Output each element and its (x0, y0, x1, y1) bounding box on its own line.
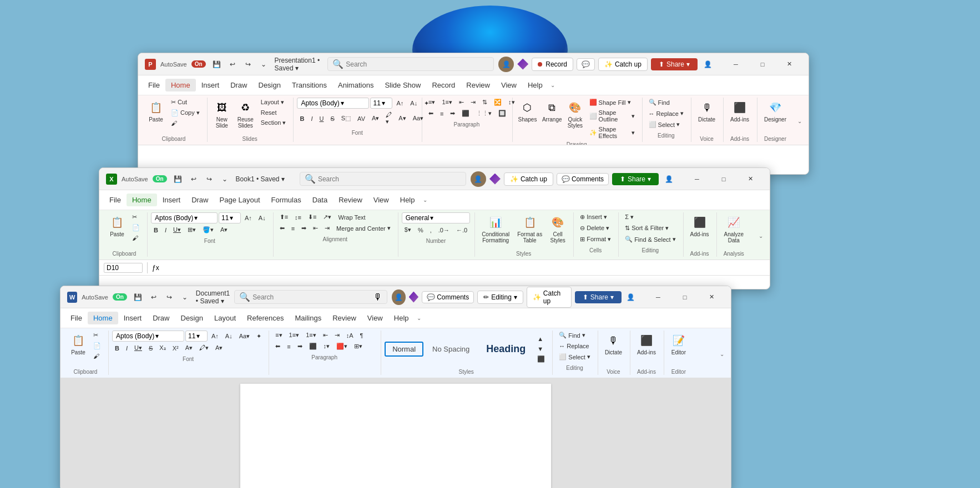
ppt-shape-fill-button[interactable]: 🟥 Shape Fill ▾ (587, 98, 638, 107)
ppt-shape-effects-button[interactable]: ✨ Shape Effects ▾ (587, 125, 638, 140)
word-style-no-spacing[interactable]: No Spacing (425, 342, 477, 357)
excel-person-icon[interactable]: 👤 (662, 172, 675, 186)
word-autosave-toggle[interactable]: On (113, 293, 127, 301)
excel-format-table-button[interactable]: 📋 Format asTable (514, 212, 545, 246)
ppt-minimize-button[interactable]: ─ (723, 55, 749, 73)
word-style-normal[interactable]: Normal (385, 342, 423, 357)
word-menu-home[interactable]: Home (88, 312, 118, 324)
word-find-button[interactable]: 🔍 Find ▾ (556, 331, 593, 340)
ppt-paste-button[interactable]: 📋 Paste (145, 98, 167, 125)
excel-decrease-font-button[interactable]: A↓ (256, 214, 269, 222)
word-person-icon[interactable]: 👤 (625, 291, 637, 304)
excel-orientation-button[interactable]: ↗▾ (320, 212, 334, 222)
excel-menu-pagelayout[interactable]: Page Layout (214, 194, 266, 206)
ppt-menu-home[interactable]: Home (165, 79, 196, 92)
ppt-fontcolor-button[interactable]: A▾ (369, 114, 382, 123)
word-font-color2-button[interactable]: A▾ (213, 343, 225, 353)
excel-cut-button[interactable]: ✂ (129, 212, 143, 222)
word-catchup-button[interactable]: ✨ Catch up (527, 287, 572, 308)
excel-italic-button[interactable]: I (162, 226, 169, 235)
ppt-reset-button[interactable]: Reset (258, 108, 289, 117)
excel-catchup-button[interactable]: ✨ Catch up (504, 172, 553, 186)
ppt-designer-button[interactable]: 💎 Designer (761, 98, 790, 125)
word-mic-icon[interactable]: 🎙 (373, 292, 382, 302)
word-font-name-dropdown[interactable]: Aptos (Body)▾ (112, 331, 184, 342)
ppt-share-button[interactable]: ⬆ Share ▾ (651, 58, 698, 70)
word-style-heading[interactable]: Heading (478, 340, 533, 358)
ppt-menu-insert[interactable]: Insert (196, 79, 225, 92)
word-copy-button[interactable]: 📄 (90, 341, 104, 350)
excel-undo-icon[interactable]: ↩ (187, 172, 200, 186)
ppt-shadow-button[interactable]: S⬚ (339, 114, 353, 123)
ppt-fontcolor2-button[interactable]: A▾ (396, 114, 408, 123)
word-menu-view[interactable]: View (362, 312, 388, 324)
word-menu-mailings[interactable]: Mailings (290, 312, 327, 324)
excel-more-icon[interactable]: ⌄ (218, 172, 231, 186)
word-bold-button[interactable]: B (112, 344, 122, 353)
excel-font-size-dropdown[interactable]: 11▾ (219, 212, 241, 223)
excel-name-box[interactable]: D10 (104, 263, 143, 273)
ppt-indent-inc-button[interactable]: ⇥ (468, 98, 478, 107)
excel-align-middle-button[interactable]: ↕≡ (292, 213, 304, 222)
ppt-shape-outline-button[interactable]: ⬜ Shape Outline ▾ (587, 108, 638, 124)
ppt-comments-button[interactable]: 💬 (577, 58, 595, 70)
ppt-undo-icon[interactable]: ↩ (226, 58, 239, 71)
ppt-justify-button[interactable]: ⬛ (459, 109, 472, 118)
word-strikethrough-button[interactable]: S (146, 344, 155, 353)
excel-formula-input[interactable] (161, 264, 765, 272)
ppt-decrease-font-button[interactable]: A↓ (407, 99, 420, 108)
excel-menu-insert[interactable]: Insert (157, 194, 186, 206)
excel-menu-review[interactable]: Review (333, 194, 368, 206)
word-maximize-button[interactable]: □ (672, 288, 698, 306)
ppt-bullets-button[interactable]: ≡▾ (426, 98, 438, 107)
excel-delete-cells-button[interactable]: ⊖ Delete ▾ (577, 223, 614, 233)
ppt-search-box[interactable]: 🔍 (327, 57, 494, 71)
ppt-copy-button[interactable]: 📄 Copy ▾ (168, 108, 203, 118)
word-search-box[interactable]: 🔍 🎙 (234, 290, 387, 304)
ppt-numbering-button[interactable]: 1≡▾ (439, 98, 455, 107)
excel-wrap-text-button[interactable]: Wrap Text (335, 213, 368, 222)
ppt-menu-draw[interactable]: Draw (225, 79, 252, 92)
ppt-ribbon-overflow[interactable]: ⌄ (795, 117, 804, 125)
word-close-button[interactable]: ✕ (699, 288, 724, 306)
ppt-align-right-button[interactable]: ➡ (447, 109, 458, 118)
ppt-menu-file[interactable]: File (143, 79, 165, 92)
excel-menu-file[interactable]: File (104, 194, 127, 206)
excel-search-box[interactable]: 🔍 (300, 172, 466, 186)
ppt-align-center-button[interactable]: ≡ (437, 109, 446, 118)
ppt-menu-transitions[interactable]: Transitions (286, 79, 332, 92)
excel-bold-button[interactable]: B (151, 226, 161, 235)
excel-percent-button[interactable]: % (415, 226, 426, 235)
excel-menu-draw[interactable]: Draw (186, 194, 214, 206)
word-increase-indent-button[interactable]: ⇥ (332, 331, 342, 340)
ppt-align-left-button[interactable]: ⬅ (426, 109, 436, 118)
excel-menu-view[interactable]: View (368, 194, 395, 206)
word-ribbon-overflow[interactable]: ⌄ (718, 350, 726, 358)
word-page[interactable] (240, 384, 551, 488)
excel-paste-button[interactable]: 📋 Paste (106, 212, 128, 240)
ppt-person-icon[interactable]: 👤 (701, 58, 714, 71)
excel-maximize-button[interactable]: □ (711, 170, 736, 188)
ppt-shapes-button[interactable]: ⬡ Shapes (516, 98, 539, 125)
excel-menu-home[interactable]: Home (127, 194, 157, 206)
excel-align-left-button[interactable]: ⬅ (277, 223, 287, 233)
excel-cond-format-button[interactable]: 📊 ConditionalFormatting (478, 212, 513, 246)
word-menu-references[interactable]: References (241, 312, 289, 324)
word-highlight-button[interactable]: 🖍▾ (196, 343, 211, 353)
word-addins-button[interactable]: ⬛ Add-ins (634, 331, 659, 358)
excel-align-bottom-button[interactable]: ⬇≡ (305, 212, 319, 222)
ppt-menu-overflow[interactable]: ⌄ (548, 81, 557, 89)
ppt-menu-view[interactable]: View (496, 79, 522, 92)
word-editing-button[interactable]: ✏ Editing ▾ (477, 291, 523, 304)
word-decrease-font-button[interactable]: A↓ (223, 332, 235, 340)
excel-decrease-indent-button[interactable]: ⇤ (310, 223, 321, 233)
word-increase-font-button[interactable]: A↑ (209, 332, 221, 340)
ppt-font-size-dropdown[interactable]: 11▾ (370, 98, 392, 109)
excel-align-right-button[interactable]: ➡ (299, 223, 309, 233)
word-styles-down-button[interactable]: ▼ (534, 344, 548, 353)
ppt-maximize-button[interactable]: □ (750, 55, 775, 73)
ppt-autosave-toggle[interactable]: On (191, 60, 206, 68)
word-editor-button[interactable]: 📝 Editor (668, 331, 690, 358)
excel-ribbon-overflow[interactable]: ⌄ (756, 232, 765, 240)
word-font-color-button[interactable]: A▾ (183, 343, 195, 353)
